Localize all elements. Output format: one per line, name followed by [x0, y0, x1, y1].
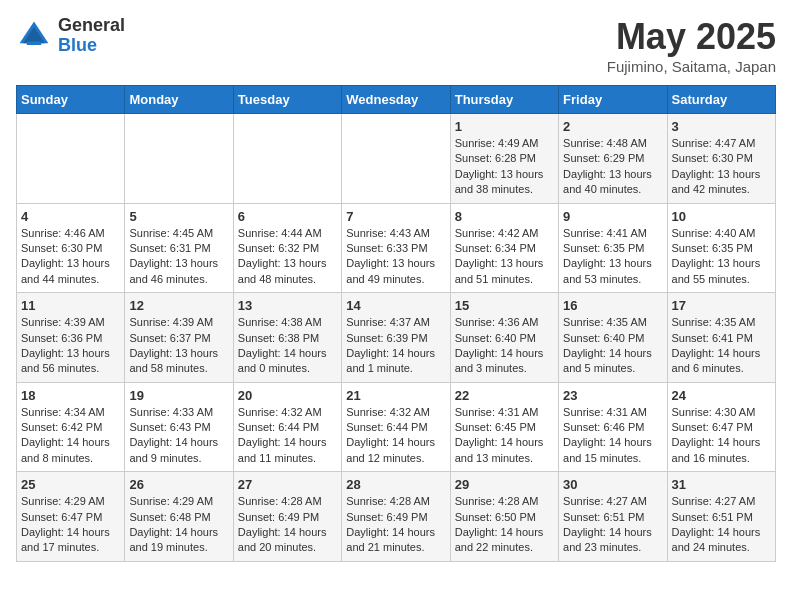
header-cell-wednesday: Wednesday	[342, 86, 450, 114]
calendar-week-2: 4Sunrise: 4:46 AM Sunset: 6:30 PM Daylig…	[17, 203, 776, 293]
calendar-cell: 11Sunrise: 4:39 AM Sunset: 6:36 PM Dayli…	[17, 293, 125, 383]
day-number: 9	[563, 209, 662, 224]
calendar-cell: 21Sunrise: 4:32 AM Sunset: 6:44 PM Dayli…	[342, 382, 450, 472]
day-number: 14	[346, 298, 445, 313]
day-number: 24	[672, 388, 771, 403]
calendar-cell	[17, 114, 125, 204]
day-number: 11	[21, 298, 120, 313]
logo-general-text: General	[58, 16, 125, 36]
day-info: Sunrise: 4:40 AM Sunset: 6:35 PM Dayligh…	[672, 226, 771, 288]
calendar-table: SundayMondayTuesdayWednesdayThursdayFrid…	[16, 85, 776, 562]
calendar-cell: 6Sunrise: 4:44 AM Sunset: 6:32 PM Daylig…	[233, 203, 341, 293]
day-number: 23	[563, 388, 662, 403]
calendar-cell	[233, 114, 341, 204]
day-number: 10	[672, 209, 771, 224]
calendar-cell: 30Sunrise: 4:27 AM Sunset: 6:51 PM Dayli…	[559, 472, 667, 562]
header-cell-sunday: Sunday	[17, 86, 125, 114]
location-subtitle: Fujimino, Saitama, Japan	[607, 58, 776, 75]
calendar-cell: 29Sunrise: 4:28 AM Sunset: 6:50 PM Dayli…	[450, 472, 558, 562]
logo: General Blue	[16, 16, 125, 56]
day-info: Sunrise: 4:34 AM Sunset: 6:42 PM Dayligh…	[21, 405, 120, 467]
day-info: Sunrise: 4:31 AM Sunset: 6:45 PM Dayligh…	[455, 405, 554, 467]
calendar-cell: 17Sunrise: 4:35 AM Sunset: 6:41 PM Dayli…	[667, 293, 775, 383]
day-number: 26	[129, 477, 228, 492]
day-number: 8	[455, 209, 554, 224]
calendar-cell: 18Sunrise: 4:34 AM Sunset: 6:42 PM Dayli…	[17, 382, 125, 472]
header-cell-saturday: Saturday	[667, 86, 775, 114]
day-info: Sunrise: 4:35 AM Sunset: 6:40 PM Dayligh…	[563, 315, 662, 377]
day-info: Sunrise: 4:41 AM Sunset: 6:35 PM Dayligh…	[563, 226, 662, 288]
calendar-cell: 7Sunrise: 4:43 AM Sunset: 6:33 PM Daylig…	[342, 203, 450, 293]
day-info: Sunrise: 4:28 AM Sunset: 6:49 PM Dayligh…	[346, 494, 445, 556]
logo-text: General Blue	[58, 16, 125, 56]
day-info: Sunrise: 4:27 AM Sunset: 6:51 PM Dayligh…	[563, 494, 662, 556]
calendar-cell: 27Sunrise: 4:28 AM Sunset: 6:49 PM Dayli…	[233, 472, 341, 562]
day-number: 6	[238, 209, 337, 224]
day-info: Sunrise: 4:37 AM Sunset: 6:39 PM Dayligh…	[346, 315, 445, 377]
day-info: Sunrise: 4:39 AM Sunset: 6:36 PM Dayligh…	[21, 315, 120, 377]
day-info: Sunrise: 4:45 AM Sunset: 6:31 PM Dayligh…	[129, 226, 228, 288]
day-number: 13	[238, 298, 337, 313]
header: General Blue May 2025 Fujimino, Saitama,…	[16, 16, 776, 75]
calendar-week-1: 1Sunrise: 4:49 AM Sunset: 6:28 PM Daylig…	[17, 114, 776, 204]
day-info: Sunrise: 4:33 AM Sunset: 6:43 PM Dayligh…	[129, 405, 228, 467]
day-number: 22	[455, 388, 554, 403]
calendar-cell: 28Sunrise: 4:28 AM Sunset: 6:49 PM Dayli…	[342, 472, 450, 562]
day-info: Sunrise: 4:35 AM Sunset: 6:41 PM Dayligh…	[672, 315, 771, 377]
day-info: Sunrise: 4:38 AM Sunset: 6:38 PM Dayligh…	[238, 315, 337, 377]
day-number: 28	[346, 477, 445, 492]
day-number: 12	[129, 298, 228, 313]
calendar-cell: 10Sunrise: 4:40 AM Sunset: 6:35 PM Dayli…	[667, 203, 775, 293]
calendar-week-4: 18Sunrise: 4:34 AM Sunset: 6:42 PM Dayli…	[17, 382, 776, 472]
day-number: 16	[563, 298, 662, 313]
day-number: 19	[129, 388, 228, 403]
day-info: Sunrise: 4:48 AM Sunset: 6:29 PM Dayligh…	[563, 136, 662, 198]
calendar-cell: 9Sunrise: 4:41 AM Sunset: 6:35 PM Daylig…	[559, 203, 667, 293]
day-number: 30	[563, 477, 662, 492]
day-number: 18	[21, 388, 120, 403]
calendar-cell: 14Sunrise: 4:37 AM Sunset: 6:39 PM Dayli…	[342, 293, 450, 383]
day-info: Sunrise: 4:29 AM Sunset: 6:47 PM Dayligh…	[21, 494, 120, 556]
day-number: 7	[346, 209, 445, 224]
calendar-cell: 12Sunrise: 4:39 AM Sunset: 6:37 PM Dayli…	[125, 293, 233, 383]
day-info: Sunrise: 4:32 AM Sunset: 6:44 PM Dayligh…	[238, 405, 337, 467]
month-year-title: May 2025	[607, 16, 776, 58]
calendar-cell: 22Sunrise: 4:31 AM Sunset: 6:45 PM Dayli…	[450, 382, 558, 472]
header-cell-thursday: Thursday	[450, 86, 558, 114]
day-info: Sunrise: 4:28 AM Sunset: 6:49 PM Dayligh…	[238, 494, 337, 556]
calendar-cell	[125, 114, 233, 204]
calendar-cell: 3Sunrise: 4:47 AM Sunset: 6:30 PM Daylig…	[667, 114, 775, 204]
logo-icon	[16, 18, 52, 54]
calendar-cell: 4Sunrise: 4:46 AM Sunset: 6:30 PM Daylig…	[17, 203, 125, 293]
calendar-cell: 25Sunrise: 4:29 AM Sunset: 6:47 PM Dayli…	[17, 472, 125, 562]
day-number: 20	[238, 388, 337, 403]
calendar-cell: 2Sunrise: 4:48 AM Sunset: 6:29 PM Daylig…	[559, 114, 667, 204]
day-info: Sunrise: 4:47 AM Sunset: 6:30 PM Dayligh…	[672, 136, 771, 198]
svg-rect-2	[27, 41, 41, 45]
day-number: 1	[455, 119, 554, 134]
day-number: 27	[238, 477, 337, 492]
day-number: 29	[455, 477, 554, 492]
calendar-week-5: 25Sunrise: 4:29 AM Sunset: 6:47 PM Dayli…	[17, 472, 776, 562]
calendar-cell: 1Sunrise: 4:49 AM Sunset: 6:28 PM Daylig…	[450, 114, 558, 204]
calendar-cell: 19Sunrise: 4:33 AM Sunset: 6:43 PM Dayli…	[125, 382, 233, 472]
calendar-body: 1Sunrise: 4:49 AM Sunset: 6:28 PM Daylig…	[17, 114, 776, 562]
header-cell-friday: Friday	[559, 86, 667, 114]
title-area: May 2025 Fujimino, Saitama, Japan	[607, 16, 776, 75]
calendar-cell: 26Sunrise: 4:29 AM Sunset: 6:48 PM Dayli…	[125, 472, 233, 562]
day-info: Sunrise: 4:46 AM Sunset: 6:30 PM Dayligh…	[21, 226, 120, 288]
day-info: Sunrise: 4:43 AM Sunset: 6:33 PM Dayligh…	[346, 226, 445, 288]
day-info: Sunrise: 4:42 AM Sunset: 6:34 PM Dayligh…	[455, 226, 554, 288]
day-info: Sunrise: 4:39 AM Sunset: 6:37 PM Dayligh…	[129, 315, 228, 377]
calendar-cell	[342, 114, 450, 204]
day-number: 4	[21, 209, 120, 224]
day-info: Sunrise: 4:28 AM Sunset: 6:50 PM Dayligh…	[455, 494, 554, 556]
day-number: 5	[129, 209, 228, 224]
header-cell-monday: Monday	[125, 86, 233, 114]
day-number: 17	[672, 298, 771, 313]
calendar-cell: 5Sunrise: 4:45 AM Sunset: 6:31 PM Daylig…	[125, 203, 233, 293]
day-number: 15	[455, 298, 554, 313]
header-row: SundayMondayTuesdayWednesdayThursdayFrid…	[17, 86, 776, 114]
calendar-cell: 8Sunrise: 4:42 AM Sunset: 6:34 PM Daylig…	[450, 203, 558, 293]
calendar-cell: 16Sunrise: 4:35 AM Sunset: 6:40 PM Dayli…	[559, 293, 667, 383]
